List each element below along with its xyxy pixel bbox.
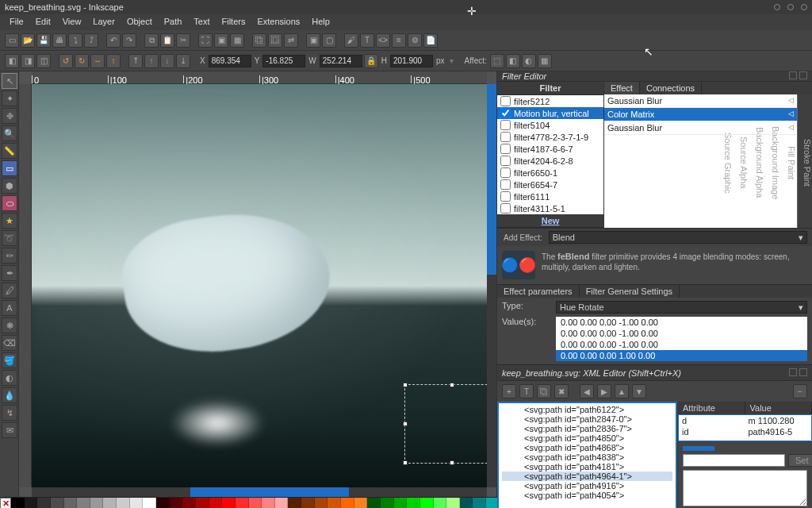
- filter-checkbox[interactable]: [500, 167, 511, 178]
- spiral-tool-icon[interactable]: ➰: [2, 230, 17, 246]
- paste-icon[interactable]: 📋: [160, 33, 174, 48]
- primitive-item[interactable]: Gaussian Blur◁: [604, 94, 797, 108]
- color-swatch[interactable]: [196, 498, 209, 508]
- pencil-tool-icon[interactable]: ✏: [2, 248, 17, 264]
- xml-node[interactable]: <svg:path id="path4964-1">: [502, 471, 672, 481]
- zoom-page-icon[interactable]: ▦: [230, 33, 244, 48]
- close-icon[interactable]: [801, 4, 807, 10]
- filter-checkbox[interactable]: [500, 108, 511, 118]
- color-swatch[interactable]: [182, 498, 196, 508]
- menu-object[interactable]: Object: [122, 16, 157, 29]
- new-doc-icon[interactable]: ▭: [5, 33, 19, 48]
- w-input[interactable]: [320, 55, 362, 67]
- color-swatch[interactable]: [301, 498, 315, 508]
- attr-row[interactable]: idpath4916-5: [679, 426, 811, 437]
- zoom-tool-icon[interactable]: 🔍: [2, 125, 17, 141]
- panel-min-icon[interactable]: [789, 71, 797, 79]
- affect-stroke-icon[interactable]: ⬚: [490, 54, 504, 68]
- filter-item[interactable]: filter4187-6-6-7: [497, 143, 603, 155]
- xml-new-element-icon[interactable]: +: [502, 384, 516, 398]
- menu-path[interactable]: Path: [159, 16, 187, 29]
- cut-icon[interactable]: ✂: [176, 33, 190, 48]
- vertical-scrollbar[interactable]: [487, 84, 496, 487]
- eraser-tool-icon[interactable]: ⌫: [2, 335, 17, 351]
- xml-tree[interactable]: <svg:path id="path6122"><svg:path id="pa…: [497, 402, 677, 508]
- unlink-icon[interactable]: ⇌: [284, 33, 298, 48]
- color-swatch[interactable]: [434, 498, 447, 508]
- horizontal-scrollbar[interactable]: [32, 487, 487, 497]
- filter-checkbox[interactable]: [500, 144, 511, 154]
- undo-icon[interactable]: ↶: [106, 33, 121, 48]
- clone-icon[interactable]: ⿴: [268, 33, 282, 48]
- filter-checkbox[interactable]: [500, 132, 511, 142]
- lower-icon[interactable]: ↓: [160, 54, 174, 68]
- values-matrix[interactable]: 0.00 0.00 0.00 -1.00 0.000.00 0.00 0.00 …: [556, 317, 807, 361]
- menu-edit[interactable]: Edit: [31, 16, 56, 29]
- color-swatch[interactable]: [77, 498, 90, 508]
- menu-filters[interactable]: Filters: [217, 16, 251, 29]
- color-swatch[interactable]: [130, 498, 144, 508]
- color-swatch[interactable]: [156, 498, 170, 508]
- select-layers-icon[interactable]: ◨: [21, 54, 35, 68]
- filter-checkbox[interactable]: [500, 120, 511, 130]
- 3dbox-tool-icon[interactable]: ⬢: [2, 178, 17, 194]
- filter-item[interactable]: filter5212: [497, 95, 603, 107]
- redo-icon[interactable]: ↷: [122, 33, 136, 48]
- zoom-drawing-icon[interactable]: ▣: [214, 33, 228, 48]
- menu-layer[interactable]: Layer: [88, 16, 120, 29]
- rotate-cw-icon[interactable]: ↻: [75, 54, 89, 68]
- xml-down-icon[interactable]: ▼: [632, 384, 646, 398]
- connector-handle-icon[interactable]: ◁: [788, 123, 794, 131]
- flip-ver-icon[interactable]: ↕: [106, 54, 121, 68]
- lower-bottom-icon[interactable]: ⤓: [176, 54, 190, 68]
- tab-connections[interactable]: Connections: [640, 82, 702, 94]
- color-swatch[interactable]: [473, 498, 486, 508]
- color-swatch[interactable]: [222, 498, 236, 508]
- h-scroll-thumb[interactable]: [190, 487, 349, 497]
- handle-w[interactable]: [403, 421, 408, 426]
- xml-node[interactable]: <svg:path id="path4868">: [502, 443, 672, 452]
- envelope-tool-icon[interactable]: ✉: [2, 422, 17, 438]
- dup-icon[interactable]: ⿻: [252, 33, 266, 48]
- matrix-row[interactable]: 0.00 0.00 0.00 1.00 0.00: [556, 350, 807, 361]
- raise-icon[interactable]: ↑: [144, 54, 159, 68]
- xml-dup-icon[interactable]: ⿻: [537, 384, 551, 398]
- tab-effect[interactable]: Effect: [604, 82, 640, 94]
- attr-scroll-thumb[interactable]: [683, 446, 714, 451]
- deselect-icon[interactable]: ◫: [36, 54, 51, 68]
- color-swatch[interactable]: [460, 498, 473, 508]
- color-swatch[interactable]: [262, 498, 275, 508]
- xml-node[interactable]: <svg:path id="path6122">: [502, 405, 672, 414]
- maximize-icon[interactable]: [787, 4, 794, 10]
- color-swatch[interactable]: [90, 498, 104, 508]
- color-swatch[interactable]: [11, 498, 25, 508]
- xml-editor-header[interactable]: keep_breathing.svg: XML Editor (Shift+Ct…: [497, 365, 812, 381]
- primitive-item[interactable]: Color Matrix◁: [604, 108, 797, 121]
- new-filter-button[interactable]: New: [497, 214, 603, 228]
- filter-checkbox[interactable]: [500, 156, 511, 166]
- unit-label[interactable]: px: [436, 56, 445, 65]
- panel-close-icon[interactable]: [799, 71, 807, 79]
- attr-name-input[interactable]: [683, 454, 785, 467]
- open-icon[interactable]: 📂: [21, 33, 35, 48]
- color-swatch[interactable]: [367, 498, 381, 508]
- filter-editor-header[interactable]: Filter Editor: [497, 71, 812, 82]
- xml-icon[interactable]: <>: [376, 33, 390, 48]
- tab-filter-general[interactable]: Filter General Settings: [580, 285, 680, 298]
- filter-item[interactable]: filter6650-1: [497, 167, 603, 179]
- xml-node[interactable]: <svg:path id="path4850">: [502, 433, 672, 443]
- xml-delete-icon[interactable]: ✖: [554, 384, 569, 398]
- color-swatch[interactable]: [143, 498, 156, 508]
- rotate-ccw-icon[interactable]: ↺: [59, 54, 73, 68]
- spray-tool-icon[interactable]: ❋: [2, 318, 17, 333]
- type-dropdown[interactable]: Hue Rotate▾: [556, 301, 807, 314]
- dropper-tool-icon[interactable]: 💧: [2, 387, 17, 403]
- menu-text[interactable]: Text: [189, 16, 214, 29]
- matrix-row[interactable]: 0.00 0.00 0.00 -1.00 0.00: [556, 339, 807, 350]
- menu-file[interactable]: File: [5, 16, 29, 29]
- handle-nw[interactable]: [403, 383, 408, 387]
- lock-aspect-icon[interactable]: 🔒: [364, 54, 378, 68]
- ruler-horizontal[interactable]: 0|100|200|300|400|500: [32, 71, 487, 84]
- node-tool-icon[interactable]: ✦: [2, 90, 17, 106]
- attr-row[interactable]: dm 1100.280: [679, 415, 811, 426]
